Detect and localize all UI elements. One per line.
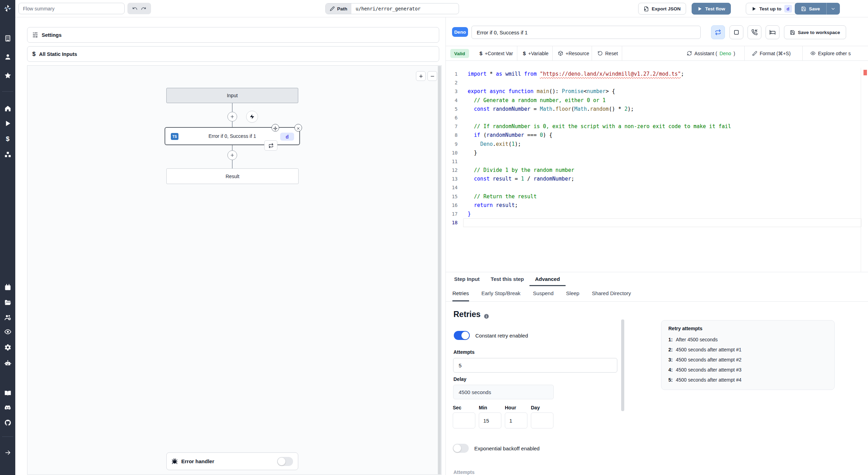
save-dropdown-button[interactable] [827, 3, 840, 15]
node-label: Result [226, 174, 240, 179]
attempts-input[interactable] [453, 358, 617, 373]
stop-button[interactable] [729, 25, 743, 39]
delay-input[interactable] [453, 385, 554, 399]
windmill-logo[interactable] [0, 0, 15, 17]
sidebar-item-github[interactable] [0, 418, 15, 427]
eye-icon [810, 51, 816, 56]
sidebar-item-workspace[interactable] [0, 34, 15, 43]
code-line-11[interactable]: 11 [446, 157, 868, 166]
insert-step-button[interactable] [227, 112, 237, 122]
code-line-7[interactable]: 7 // If randomNumber is 0, exit the scri… [446, 122, 868, 131]
sidebar-item-home[interactable] [0, 104, 15, 113]
export-json-button[interactable]: Export JSON [638, 3, 686, 15]
canvas-scrollbar[interactable] [438, 66, 441, 474]
code-line-10[interactable]: 10 } [446, 149, 868, 157]
subtab-retries[interactable]: Retries [452, 286, 469, 301]
sidebar-item-expand[interactable] [0, 448, 15, 457]
code-line-5[interactable]: 5 const randomNumber = Math.floor(Math.r… [446, 105, 868, 114]
subtab-suspend[interactable]: Suspend [533, 286, 553, 301]
flow-settings-row[interactable]: Settings [27, 27, 439, 43]
flow-node-input[interactable]: Input [166, 88, 298, 103]
subtab-early-stop-break[interactable]: Early Stop/Break [482, 286, 521, 301]
toolbar-explore-other-s[interactable]: Explore other s [810, 46, 851, 60]
tab-step-input[interactable]: Step Input [449, 272, 485, 286]
sidebar-item-audit-logs[interactable] [0, 327, 15, 336]
path-field[interactable]: Path u/henri/error_generator [325, 3, 459, 14]
retry-settings-button[interactable] [711, 25, 725, 39]
exponential-backoff-toggle[interactable] [453, 444, 469, 453]
test-up-to-button[interactable]: Test up to d [746, 3, 798, 15]
insert-step-button[interactable] [227, 150, 237, 160]
hour-input[interactable] [505, 412, 527, 428]
code-line-6[interactable]: 6 [446, 114, 868, 122]
toolbar--context-var[interactable]: $+Context Var [479, 46, 513, 60]
code-line-9[interactable]: 9 Deno.exit(1); [446, 140, 868, 149]
sidebar-item-groups[interactable] [0, 313, 15, 322]
test-flow-button[interactable]: Test flow [692, 3, 731, 15]
retry-indicator-button[interactable] [264, 140, 277, 151]
sidebar-item-favorites[interactable] [0, 71, 15, 80]
trigger-button[interactable] [246, 111, 258, 123]
sleep-button[interactable] [766, 25, 779, 39]
sidebar-item-settings[interactable] [0, 343, 15, 352]
flow-summary-input[interactable] [18, 3, 125, 14]
toolbar-reset[interactable]: Reset [598, 46, 618, 60]
zoom-out-button[interactable] [427, 71, 437, 81]
sidebar-item-runs[interactable] [0, 119, 15, 128]
code-editor[interactable]: 1import * as wmill from "https://deno.la… [446, 68, 868, 272]
save-button[interactable]: Save [795, 3, 840, 15]
code-line-15[interactable]: 15 // Return the result [446, 192, 868, 201]
sidebar-item-variables[interactable]: $ [0, 134, 15, 143]
code-line-14[interactable]: 14 [446, 183, 868, 192]
form-scrollbar[interactable] [621, 319, 624, 411]
day-input[interactable] [531, 412, 553, 428]
code-line-1[interactable]: 1import * as wmill from "https://deno.la… [446, 70, 868, 78]
sidebar-item-workers[interactable] [0, 358, 15, 367]
flow-node-step[interactable]: TS Error if 0, Success if 1 d [165, 127, 300, 145]
code-line-17[interactable]: 17} [446, 210, 868, 218]
zoom-in-button[interactable] [416, 71, 426, 81]
constant-retry-toggle[interactable] [454, 331, 470, 340]
sidebar-item-discord[interactable] [0, 403, 15, 412]
subtab-sleep[interactable]: Sleep [566, 286, 579, 301]
sidebar-item-docs[interactable] [0, 389, 15, 398]
all-static-inputs-row[interactable]: $ All Static Inputs [27, 46, 439, 62]
delete-step-button[interactable] [294, 124, 302, 132]
undo-icon[interactable] [132, 6, 137, 11]
code-line-8[interactable]: 8 if (randomNumber === 0) { [446, 131, 868, 140]
code-line-13[interactable]: 13 const result = 1 / randomNumber; [446, 175, 868, 183]
code-text: Deno.exit(1); [463, 140, 861, 149]
tab-test-this-step[interactable]: Test this step [485, 272, 529, 286]
move-step-button[interactable] [272, 124, 279, 132]
toolbar--resource[interactable]: +Resource [558, 46, 589, 60]
flow-canvas[interactable]: Input TS Error if 0, Success if 1 d [27, 65, 442, 475]
subtab-shared-directory[interactable]: Shared Directory [592, 286, 631, 301]
min-input[interactable] [479, 412, 501, 428]
toolbar--variable[interactable]: $+Variable [523, 46, 549, 60]
sidebar-item-folders[interactable] [0, 298, 15, 307]
code-line-2[interactable]: 2 [446, 78, 868, 87]
toolbar-assistant-[interactable]: Assistant (Deno) [687, 46, 735, 60]
error-handler-toggle[interactable] [277, 457, 293, 466]
sec-input[interactable] [453, 412, 475, 428]
toolbar-format-s-[interactable]: Format (⌘+S) [752, 46, 791, 60]
code-line-3[interactable]: 3export async function main(): Promise<n… [446, 87, 868, 96]
line-number: 3 [446, 87, 463, 96]
suspend-button[interactable] [748, 25, 761, 39]
tab-advanced[interactable]: Advanced [529, 272, 566, 286]
sidebar-item-schedules[interactable] [0, 283, 15, 292]
redo-icon[interactable] [141, 6, 146, 11]
save-to-workspace-button[interactable]: Save to workspace [784, 25, 846, 39]
code-line-18[interactable]: 18 [446, 218, 868, 227]
square-icon [733, 29, 740, 35]
sidebar-item-resources[interactable] [0, 150, 15, 159]
error-handler-row[interactable]: Error handler [166, 452, 298, 470]
step-tabs: Step InputTest this stepAdvanced [446, 272, 868, 286]
code-line-12[interactable]: 12 // Divide 1 by the random number [446, 166, 868, 175]
code-line-16[interactable]: 16 return result; [446, 201, 868, 210]
sidebar-item-user[interactable] [0, 52, 15, 61]
flow-node-result[interactable]: Result [166, 168, 299, 184]
step-summary-input[interactable] [471, 26, 701, 39]
code-line-4[interactable]: 4 // Generate a random number, either 0 … [446, 96, 868, 105]
line-number: 17 [446, 210, 463, 218]
